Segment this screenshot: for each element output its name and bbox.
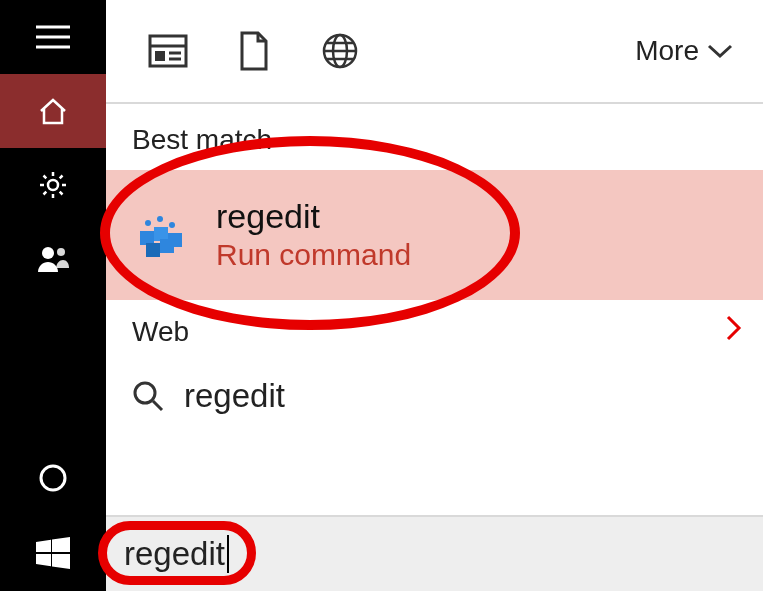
windows-logo-icon [36, 536, 70, 570]
more-label: More [635, 35, 699, 67]
chevron-down-icon [707, 43, 733, 59]
globe-icon [321, 32, 359, 70]
svg-rect-15 [146, 243, 160, 257]
web-result-item[interactable]: regedit [106, 355, 763, 415]
hamburger-button[interactable] [0, 0, 106, 74]
cortana-button[interactable] [0, 441, 106, 515]
cortana-icon [38, 463, 68, 493]
svg-point-0 [48, 180, 58, 190]
best-match-item[interactable]: regedit Run command [106, 170, 763, 300]
svg-line-21 [153, 401, 162, 410]
search-filter-toolbar: More [106, 0, 763, 104]
svg-point-18 [157, 216, 163, 222]
best-match-heading: Best match [106, 104, 763, 170]
search-icon [132, 380, 164, 412]
home-button[interactable] [0, 74, 106, 148]
search-input-value: regedit [124, 535, 225, 573]
settings-button[interactable] [0, 148, 106, 222]
svg-point-1 [42, 247, 54, 259]
filter-documents-button[interactable] [232, 29, 276, 73]
gear-icon [37, 169, 69, 201]
svg-point-3 [41, 466, 65, 490]
search-input[interactable]: regedit [106, 515, 763, 591]
news-icon [148, 34, 188, 68]
document-icon [238, 31, 270, 71]
text-caret [227, 535, 229, 573]
svg-rect-12 [140, 231, 154, 245]
filter-more-button[interactable]: More [635, 35, 733, 67]
best-match-texts: regedit Run command [216, 198, 411, 271]
home-icon [37, 96, 69, 126]
hamburger-icon [36, 25, 70, 49]
best-match-title: regedit [216, 198, 411, 235]
people-button[interactable] [0, 222, 106, 296]
svg-rect-6 [155, 51, 165, 61]
web-heading: Web [132, 316, 189, 348]
regedit-icon [134, 209, 186, 261]
start-left-rail [0, 0, 106, 591]
svg-point-20 [135, 383, 155, 403]
svg-rect-13 [154, 227, 168, 241]
chevron-right-icon [725, 314, 743, 349]
people-icon [36, 244, 70, 274]
svg-point-17 [145, 220, 151, 226]
search-results: Best match regedit Run command [106, 104, 763, 515]
web-section-header[interactable]: Web [106, 300, 763, 355]
best-match-subtitle: Run command [216, 238, 411, 272]
svg-point-19 [169, 222, 175, 228]
svg-rect-16 [160, 239, 174, 253]
filter-apps-button[interactable] [146, 29, 190, 73]
svg-point-2 [57, 248, 65, 256]
web-result-title: regedit [184, 377, 285, 415]
filter-web-button[interactable] [318, 29, 362, 73]
start-button[interactable] [0, 515, 106, 591]
